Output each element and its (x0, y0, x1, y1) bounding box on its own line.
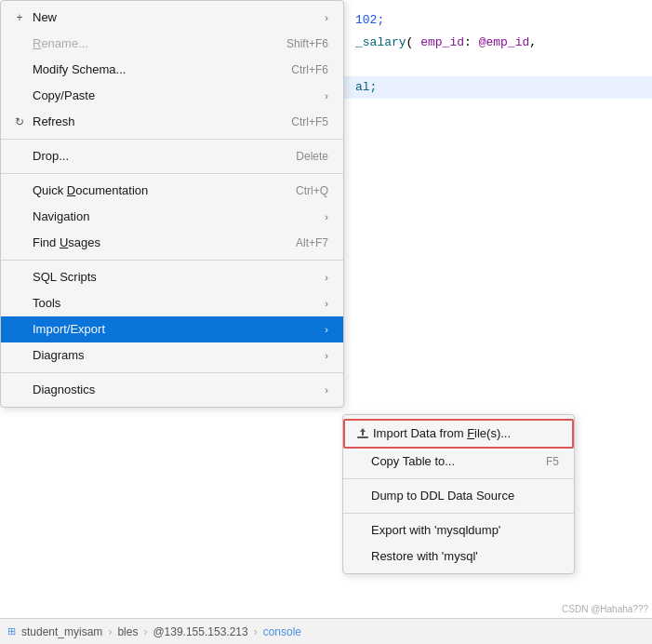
code-line-3 (344, 54, 652, 76)
menu-item-find-usages[interactable]: Find Usages Alt+F7 (1, 230, 343, 256)
upload-icon (356, 427, 369, 440)
menu-item-diagnostics[interactable]: Diagnostics › (1, 377, 343, 403)
submenu-arrow: › (325, 321, 328, 338)
menu-item-copy-paste[interactable]: Copy/Paste › (1, 83, 343, 109)
svg-marker-1 (360, 428, 366, 436)
menu-item-refresh[interactable]: ↻ Refresh Ctrl+F5 (1, 109, 343, 135)
separator-2 (1, 173, 343, 174)
submenu-item-copy-table[interactable]: Copy Table to... F5 (343, 449, 574, 475)
submenu-item-export-mysql[interactable]: Export with 'mysqldump' (343, 517, 574, 543)
separator-3 (1, 260, 343, 261)
submenu-arrow: › (325, 269, 328, 286)
status-bar: ⊞ student_myisam › bles › @139.155.153.2… (0, 618, 652, 644)
menu-item-modify-schema[interactable]: Modify Schema... Ctrl+F6 (1, 57, 343, 83)
menu-item-rename: Rename... Shift+F6 (1, 31, 343, 57)
submenu-arrow: › (325, 9, 328, 26)
menu-item-sql-scripts[interactable]: SQL Scripts › (1, 264, 343, 290)
refresh-icon: ↻ (12, 114, 27, 130)
menu-item-import-export[interactable]: Import/Export › (1, 316, 343, 342)
submenu-arrow: › (325, 347, 328, 364)
nav-console[interactable]: console (263, 625, 301, 638)
db-name[interactable]: student_myisam (21, 625, 102, 638)
menu-item-tools[interactable]: Tools › (1, 290, 343, 316)
svg-rect-0 (357, 436, 368, 438)
nav-bles: bles (117, 625, 138, 638)
menu-item-quick-doc[interactable]: Quick Documentation Ctrl+Q (1, 178, 343, 204)
menu-item-diagrams[interactable]: Diagrams › (1, 342, 343, 369)
submenu-arrow: › (325, 382, 328, 398)
submenu-item-import-data[interactable]: Import Data from File(s)... (343, 419, 574, 449)
submenu-import-export: Import Data from File(s)... Copy Table t… (342, 414, 575, 574)
separator-1 (1, 139, 343, 140)
menu-item-drop[interactable]: Drop... Delete (1, 143, 343, 169)
context-menu: + New › Rename... Shift+F6 Modify Schema… (0, 0, 344, 408)
submenu-arrow: › (325, 87, 328, 104)
new-icon: + (12, 9, 27, 26)
submenu-separator-1 (343, 478, 574, 479)
separator-4 (1, 372, 343, 373)
code-line-2: _salary( emp_id: @emp_id, (344, 32, 652, 54)
submenu-arrow: › (325, 208, 328, 225)
menu-item-new[interactable]: + New › (1, 5, 343, 31)
code-line-1: 102; (344, 9, 652, 32)
watermark: CSDN @Hahaha??? (562, 604, 648, 614)
submenu-item-restore-mysql[interactable]: Restore with 'mysql' (343, 543, 574, 570)
submenu-arrow: › (325, 295, 328, 312)
menu-item-navigation[interactable]: Navigation › (1, 204, 343, 230)
submenu-item-dump-ddl[interactable]: Dump to DDL Data Source (343, 483, 574, 509)
db-icon: ⊞ (7, 625, 16, 637)
nav-server: @139.155.153.213 (153, 625, 247, 638)
code-line-4: al; (344, 76, 652, 99)
submenu-separator-2 (343, 513, 574, 514)
